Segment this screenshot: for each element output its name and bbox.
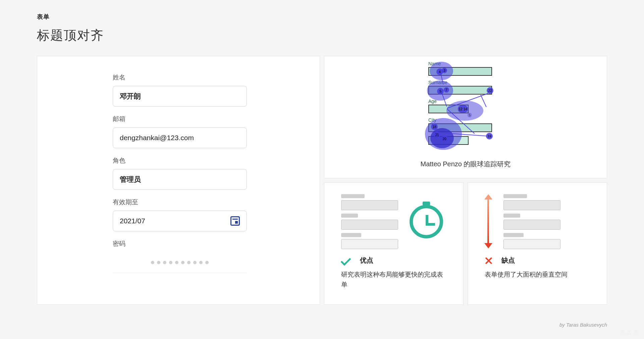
role-label: 角色	[113, 156, 320, 165]
pros-heading: 优点	[360, 256, 373, 265]
pros-body: 研究表明这种布局能够更快的完成表单	[341, 270, 446, 290]
email-input[interactable]: dengzhankai@123.com	[113, 127, 247, 148]
credit: by Taras Bakusevych	[559, 322, 607, 328]
role-select[interactable]: 管理员	[113, 169, 247, 190]
expiry-input[interactable]: 2021/07	[113, 211, 247, 231]
cons-heading: 缺点	[501, 256, 515, 265]
calendar-icon[interactable]	[230, 216, 240, 226]
name-label: 姓名	[113, 73, 320, 82]
role-value: 管理员	[120, 175, 141, 184]
form-demo-panel: 姓名 邓开朗 邮箱 dengzhankai@123.com 角色 管理员 有效期…	[37, 56, 320, 305]
expiry-value: 2021/07	[120, 217, 145, 225]
email-label: 邮箱	[113, 115, 320, 123]
pros-illustration	[341, 193, 446, 250]
name-value: 邓开朗	[120, 92, 141, 101]
section-eyebrow: 表单	[37, 13, 607, 21]
email-value: dengzhankai@123.com	[120, 134, 194, 142]
eyetracking-panel: Name Surname Age City	[324, 56, 607, 178]
check-icon	[340, 255, 351, 266]
pros-panel: 优点 研究表明这种布局能够更快的完成表单	[324, 182, 464, 305]
password-input[interactable]	[113, 252, 247, 273]
name-input[interactable]: 邓开朗	[113, 86, 247, 107]
password-label: 密码	[113, 239, 320, 248]
cons-illustration	[485, 193, 590, 250]
watermark: AAA	[620, 328, 639, 337]
x-icon	[485, 257, 492, 264]
eyetracking-illustration: Name Surname Age City	[427, 61, 504, 155]
page-title: 标题顶对齐	[37, 27, 607, 44]
cons-body: 表单使用了大面积的垂直空间	[485, 270, 590, 280]
eyetracking-caption: Matteo Penzo 的眼球追踪研究	[421, 160, 511, 169]
vertical-arrow-icon	[484, 195, 492, 248]
cons-panel: 缺点 表单使用了大面积的垂直空间	[468, 182, 607, 305]
stopwatch-icon	[410, 202, 446, 238]
expiry-label: 有效期至	[113, 198, 320, 207]
